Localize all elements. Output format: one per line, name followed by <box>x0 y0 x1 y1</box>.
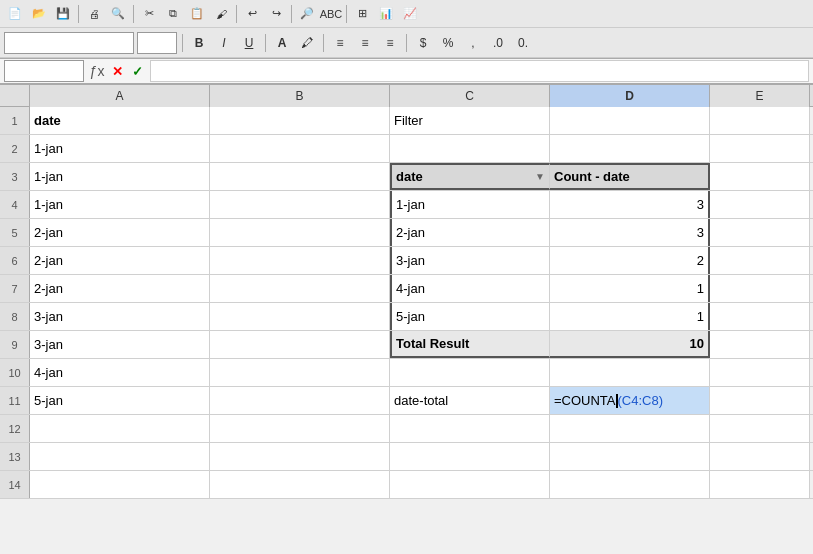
col-header-c[interactable]: C <box>390 85 550 107</box>
cell-a9[interactable]: 3-jan <box>30 331 210 358</box>
print-preview-button[interactable]: 🔍 <box>107 3 129 25</box>
col-header-d[interactable]: D <box>550 85 710 107</box>
align-left-button[interactable]: ≡ <box>329 32 351 54</box>
cell-c11[interactable]: date-total <box>390 387 550 414</box>
cell-a12[interactable] <box>30 415 210 442</box>
cell-c8[interactable]: 5-jan <box>390 303 550 330</box>
cell-d5[interactable]: 3 <box>550 219 710 246</box>
percent-button[interactable]: % <box>437 32 459 54</box>
cell-b9[interactable] <box>210 331 390 358</box>
cell-d9[interactable]: 10 <box>550 331 710 358</box>
cell-a2[interactable]: 1-jan <box>30 135 210 162</box>
underline-button[interactable]: U <box>238 32 260 54</box>
cell-c1[interactable]: Filter <box>390 107 550 134</box>
cancel-formula-icon[interactable]: ✕ <box>108 62 126 80</box>
cell-a8[interactable]: 3-jan <box>30 303 210 330</box>
col-header-b[interactable]: B <box>210 85 390 107</box>
cell-a10[interactable]: 4-jan <box>30 359 210 386</box>
decimal-decrease-button[interactable]: 0. <box>512 32 534 54</box>
cell-d7[interactable]: 1 <box>550 275 710 302</box>
cell-d6[interactable]: 2 <box>550 247 710 274</box>
align-center-button[interactable]: ≡ <box>354 32 376 54</box>
cell-d8[interactable]: 1 <box>550 303 710 330</box>
cell-a4[interactable]: 1-jan <box>30 191 210 218</box>
cell-c2[interactable] <box>390 135 550 162</box>
cell-e6[interactable] <box>710 247 810 274</box>
cell-a14[interactable] <box>30 471 210 498</box>
highlight-color-button[interactable]: 🖍 <box>296 32 318 54</box>
cell-c13[interactable] <box>390 443 550 470</box>
cell-e14[interactable] <box>710 471 810 498</box>
dropdown-arrow-icon[interactable]: ▼ <box>535 171 545 182</box>
cell-e4[interactable] <box>710 191 810 218</box>
cell-b6[interactable] <box>210 247 390 274</box>
cell-b2[interactable] <box>210 135 390 162</box>
cell-d13[interactable] <box>550 443 710 470</box>
cell-d14[interactable] <box>550 471 710 498</box>
cell-b3[interactable] <box>210 163 390 190</box>
cell-d3[interactable]: Count - date <box>550 163 710 190</box>
cell-d4[interactable]: 3 <box>550 191 710 218</box>
cell-b1[interactable] <box>210 107 390 134</box>
cell-c10[interactable] <box>390 359 550 386</box>
cell-b13[interactable] <box>210 443 390 470</box>
cell-e5[interactable] <box>710 219 810 246</box>
cell-e11[interactable] <box>710 387 810 414</box>
cell-b5[interactable] <box>210 219 390 246</box>
font-color-button[interactable]: A <box>271 32 293 54</box>
cell-a5[interactable]: 2-jan <box>30 219 210 246</box>
paste-button[interactable]: 📋 <box>186 3 208 25</box>
cell-a6[interactable]: 2-jan <box>30 247 210 274</box>
cell-e1[interactable] <box>710 107 810 134</box>
insert-chart-button[interactable]: 📊 <box>375 3 397 25</box>
comma-button[interactable]: , <box>462 32 484 54</box>
print-button[interactable]: 🖨 <box>83 3 105 25</box>
cell-e3[interactable] <box>710 163 810 190</box>
undo-button[interactable]: ↩ <box>241 3 263 25</box>
cell-e13[interactable] <box>710 443 810 470</box>
cell-b12[interactable] <box>210 415 390 442</box>
cell-d12[interactable] <box>550 415 710 442</box>
cell-e7[interactable] <box>710 275 810 302</box>
cell-e12[interactable] <box>710 415 810 442</box>
cell-a11[interactable]: 5-jan <box>30 387 210 414</box>
function-wizard-icon[interactable]: ƒx <box>88 62 106 80</box>
find-button[interactable]: 🔎 <box>296 3 318 25</box>
currency-button[interactable]: $ <box>412 32 434 54</box>
redo-button[interactable]: ↪ <box>265 3 287 25</box>
cell-a3[interactable]: 1-jan <box>30 163 210 190</box>
cell-b8[interactable] <box>210 303 390 330</box>
cell-c14[interactable] <box>390 471 550 498</box>
cell-d10[interactable] <box>550 359 710 386</box>
font-size-input[interactable]: 10 <box>137 32 177 54</box>
align-right-button[interactable]: ≡ <box>379 32 401 54</box>
cell-b14[interactable] <box>210 471 390 498</box>
cut-button[interactable]: ✂ <box>138 3 160 25</box>
new-button[interactable]: 📄 <box>4 3 26 25</box>
cell-c7[interactable]: 4-jan <box>390 275 550 302</box>
col-header-a[interactable]: A <box>30 85 210 107</box>
cell-d1[interactable] <box>550 107 710 134</box>
cell-a1[interactable]: date <box>30 107 210 134</box>
cell-c3[interactable]: date ▼ <box>390 163 550 190</box>
spell-check-button[interactable]: ABC <box>320 3 342 25</box>
cell-d11[interactable]: =COUNTA(C4:C8) <box>550 387 710 414</box>
cell-e9[interactable] <box>710 331 810 358</box>
formula-input[interactable]: =COUNTA(C4:C8) <box>150 60 809 82</box>
insert-bar-chart-button[interactable]: 📈 <box>399 3 421 25</box>
cell-e10[interactable] <box>710 359 810 386</box>
insert-table-button[interactable]: ⊞ <box>351 3 373 25</box>
cell-b11[interactable] <box>210 387 390 414</box>
cell-c4[interactable]: 1-jan <box>390 191 550 218</box>
cell-a7[interactable]: 2-jan <box>30 275 210 302</box>
cell-reference-input[interactable]: COUNTA <box>4 60 84 82</box>
cell-a13[interactable] <box>30 443 210 470</box>
cell-c9[interactable]: Total Result <box>390 331 550 358</box>
bold-button[interactable]: B <box>188 32 210 54</box>
cell-e2[interactable] <box>710 135 810 162</box>
font-name-input[interactable]: Liberation Sans <box>4 32 134 54</box>
cell-d2[interactable] <box>550 135 710 162</box>
copy-button[interactable]: ⧉ <box>162 3 184 25</box>
cell-c5[interactable]: 2-jan <box>390 219 550 246</box>
cell-c6[interactable]: 3-jan <box>390 247 550 274</box>
